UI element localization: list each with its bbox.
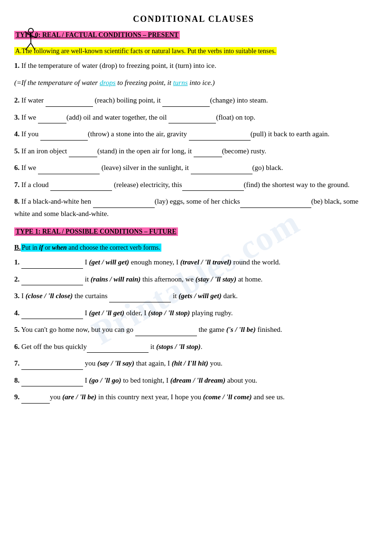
- blank-1-5: [135, 329, 197, 336]
- blank-0-4-1: [40, 133, 88, 141]
- item-1-3-number: 3.: [14, 292, 19, 300]
- text-1-9a: (are / 'll be): [62, 393, 96, 401]
- item-1-7: 7. you (say / 'll say) that again, I (hi…: [14, 357, 373, 370]
- blank-1-7: [21, 362, 83, 370]
- word-drops: drops: [100, 79, 116, 86]
- item-1-9-number: 9.: [14, 393, 19, 401]
- type1-header-label: TYPE 1: REAL / POSSIBLE CONDITIONS – FUT…: [14, 227, 178, 236]
- svg-line-4: [26, 43, 31, 50]
- item-0-4: 4. If you (throw) a stone into the air, …: [14, 128, 373, 141]
- item-0-1-example: (=If the temperature of water drops to f…: [14, 77, 373, 89]
- item-1-4: 4. I (get / 'll get) older, I (stop / 'l…: [14, 307, 373, 320]
- section-a-instruction-block: A.The following are well-known scientifi…: [14, 47, 373, 55]
- item-1-3: 3. I (close / 'll close) the curtains it…: [14, 290, 373, 302]
- item-1-9: 9. you (are / 'll be) in this country ne…: [14, 391, 373, 404]
- text-1-2a: (rains / will rain): [91, 275, 140, 283]
- svg-line-3: [31, 36, 37, 38]
- item-0-2: 2. If water (reach) boiling point, it (c…: [14, 94, 373, 107]
- text-1-3b: (gets / will get): [178, 292, 221, 300]
- text-1-5: ('s / 'll be): [226, 326, 256, 333]
- word-turns: turns: [173, 79, 188, 86]
- text-1-6: (stops / 'll stop): [156, 343, 201, 350]
- blank-0-7-2: [182, 183, 244, 191]
- blank-1-8: [21, 379, 83, 386]
- word-when: when: [52, 244, 67, 251]
- item-0-1-example-text: (=If the temperature of water drops to f…: [14, 79, 215, 86]
- blank-0-3-1: [38, 116, 66, 123]
- blank-0-3-2: [168, 116, 216, 123]
- item-0-1: 1. If the temperature of water (drop) to…: [14, 60, 373, 72]
- text-1-7b: (hit / I'll hit): [172, 359, 208, 367]
- item-0-1-number: 1.: [14, 62, 19, 69]
- item-1-8-number: 8.: [14, 376, 19, 384]
- text-1-4b: (stop / 'll stop): [148, 309, 190, 317]
- item-1-5-number: 5.: [14, 326, 19, 333]
- item-1-2: 2. it (rains / will rain) this afternoon…: [14, 273, 373, 286]
- item-1-8: 8. I (go / 'll go) to bed tonight, I (dr…: [14, 375, 373, 387]
- item-0-8: 8. If a black-and-white hen (lay) eggs, …: [14, 196, 373, 220]
- blank-1-9: [21, 396, 50, 404]
- text-1-8b: (dream / 'll dream): [170, 376, 225, 384]
- text-1-8a: (go / 'll go): [89, 376, 121, 384]
- text-1-4a: (get / 'll get): [89, 309, 125, 317]
- blank-1-2: [21, 278, 83, 285]
- item-0-7: 7. If a cloud (release) electricity, thi…: [14, 179, 373, 191]
- item-0-5-number: 5.: [14, 147, 19, 155]
- page-title: CONDITIONAL CLAUSES: [14, 14, 373, 24]
- blank-1-4: [21, 311, 83, 319]
- item-0-3-number: 3.: [14, 113, 19, 121]
- text-1-1a: (get / will get): [89, 258, 130, 266]
- type1-section-divider: TYPE 1: REAL / POSSIBLE CONDITIONS – FUT…: [14, 227, 373, 252]
- svg-line-5: [31, 43, 35, 50]
- section-b-instruction: Put in if or when and choose the correct…: [21, 244, 161, 252]
- section-b-instruction-block: B.Put in if or when and choose the corre…: [14, 244, 373, 252]
- blank-0-5-1: [69, 150, 97, 157]
- item-1-6: 6. Get off the bus quickly it (stops / '…: [14, 341, 373, 353]
- item-0-7-number: 7.: [14, 181, 19, 188]
- item-1-2-number: 2.: [14, 275, 19, 283]
- svg-line-2: [25, 32, 31, 36]
- item-0-5: 5. If an iron object (stand) in the open…: [14, 145, 373, 158]
- blank-0-5-2: [194, 150, 222, 157]
- item-0-3: 3. If we (add) oil and water together, t…: [14, 112, 373, 124]
- blank-1-6: [87, 345, 149, 353]
- item-1-1-number: 1.: [14, 258, 19, 266]
- item-0-1-text: If the temperature of water (drop) to fr…: [21, 62, 216, 69]
- text-1-1b: (travel / 'll travel): [180, 258, 232, 266]
- item-0-6: 6. If we (leave) silver in the sunlight,…: [14, 162, 373, 174]
- blank-0-6-1: [38, 167, 100, 174]
- item-1-6-number: 6.: [14, 343, 19, 350]
- item-1-4-number: 4.: [14, 309, 19, 317]
- text-1-3a: (close / 'll close): [26, 292, 73, 300]
- item-0-2-number: 2.: [14, 96, 19, 104]
- blank-0-4-2: [189, 133, 251, 141]
- type0-header: TYPE 0: REAL / FACTUAL CONDITIONS – PRES…: [14, 31, 373, 43]
- item-0-6-number: 6.: [14, 164, 19, 171]
- item-1-7-number: 7.: [14, 359, 19, 367]
- item-0-8-number: 8.: [14, 198, 19, 205]
- blank-1-1: [21, 261, 83, 269]
- item-1-1: 1. I (get / will get) enough money, I (t…: [14, 256, 373, 269]
- blank-0-7-1: [50, 183, 112, 191]
- section-b-letter: B.: [14, 244, 21, 251]
- blank-0-8-1: [93, 200, 155, 208]
- section-a-instruction: A.The following are well-known scientifi…: [14, 47, 277, 55]
- text-1-9b: (come / 'll come): [203, 393, 252, 401]
- svg-point-0: [28, 28, 33, 33]
- blank-0-2-1: [46, 99, 93, 107]
- type1-header-block: TYPE 1: REAL / POSSIBLE CONDITIONS – FUT…: [14, 227, 373, 240]
- text-1-2b: (stay / 'll stay): [196, 275, 236, 283]
- text-1-7a: (say / 'll say): [97, 359, 134, 367]
- item-0-4-number: 4.: [14, 130, 19, 138]
- word-if: if: [39, 244, 43, 251]
- blank-0-2-2: [162, 99, 210, 107]
- blank-0-6-2: [191, 167, 252, 174]
- blank-1-3: [109, 295, 171, 302]
- stick-figure: [19, 28, 43, 59]
- item-1-5: 5. You can't go home now, but you can go…: [14, 324, 373, 336]
- blank-0-8-2: [240, 200, 311, 208]
